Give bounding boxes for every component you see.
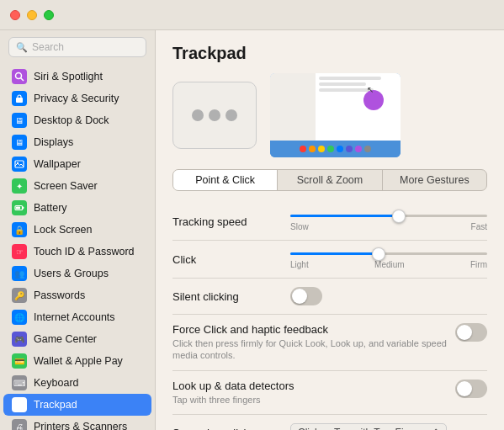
mini-cursor: ↖: [367, 85, 374, 94]
tab-point-click[interactable]: Point & Click: [173, 170, 278, 190]
tab-more-gestures[interactable]: More Gestures: [383, 170, 486, 190]
screen-preview: ↖: [270, 73, 401, 157]
color-dot: [300, 146, 306, 152]
sidebar-item-trackpad[interactable]: Trackpad: [3, 394, 151, 416]
svg-point-0: [16, 73, 22, 79]
slider-max-click: Firm: [470, 260, 487, 269]
setting-row-click: ClickLightMediumFirm: [172, 241, 487, 279]
sidebar-item-internet-accounts[interactable]: 🌐Internet Accounts: [3, 306, 151, 328]
sidebar-item-passwords[interactable]: 🔑Passwords: [3, 284, 151, 306]
color-dot: [337, 146, 343, 152]
slider-min-click: Light: [290, 260, 309, 269]
sidebar-label-siri-spotlight: Siri & Spotlight: [34, 71, 103, 82]
sidebar-item-wallet-apple-pay[interactable]: 💳Wallet & Apple Pay: [3, 350, 151, 372]
tab-scroll-zoom[interactable]: Scroll & Zoom: [278, 170, 382, 190]
sidebar-item-screen-saver[interactable]: ✦Screen Saver: [3, 175, 151, 197]
touch-id-icon: ☞: [12, 244, 27, 259]
sidebar-item-game-center[interactable]: 🎮Game Center: [3, 328, 151, 350]
passwords-icon: 🔑: [12, 288, 27, 303]
sidebar-label-screen-saver: Screen Saver: [34, 180, 98, 192]
setting-row-secondary-click: Secondary clickClick or Tap with Two Fin…: [172, 415, 487, 430]
minimize-button[interactable]: [27, 10, 37, 20]
sidebar-items: Siri & SpotlightPrivacy & Security🖥Deskt…: [0, 64, 155, 430]
sidebar-item-privacy-security[interactable]: Privacy & Security: [3, 88, 151, 109]
sidebar: 🔍 Search Siri & SpotlightPrivacy & Secur…: [0, 30, 156, 430]
lock-screen-icon: 🔒: [12, 222, 27, 237]
sidebar-label-lock-screen: Lock Screen: [34, 224, 92, 236]
sidebar-item-touch-id[interactable]: ☞Touch ID & Password: [3, 241, 151, 263]
setting-label-secondary-click: Secondary click: [172, 427, 249, 430]
screen-inner: ↖: [270, 73, 401, 141]
sidebar-label-trackpad: Trackpad: [34, 399, 77, 411]
search-box[interactable]: 🔍 Search: [8, 37, 146, 57]
sidebar-label-privacy-security: Privacy & Security: [34, 93, 119, 104]
sidebar-label-wallpaper: Wallpaper: [34, 158, 81, 170]
sidebar-item-wallpaper[interactable]: Wallpaper: [3, 153, 151, 175]
sidebar-item-battery[interactable]: Battery: [3, 197, 151, 219]
select-value-secondary-click: Click or Tap with Two Fingers: [298, 427, 429, 430]
sidebar-label-game-center: Game Center: [34, 333, 97, 345]
color-dot: [309, 146, 316, 152]
setting-control-click[interactable]: LightMediumFirm: [290, 249, 487, 269]
sidebar-label-touch-id: Touch ID & Password: [34, 246, 135, 257]
screen-bottom-bar: [270, 141, 401, 157]
settings-list: Tracking speedSlowFastClickLightMediumFi…: [172, 203, 487, 430]
sidebar-label-displays: Displays: [34, 136, 73, 148]
search-input[interactable]: Search: [32, 41, 64, 53]
toggle-lookup-detectors[interactable]: [455, 380, 487, 398]
sidebar-label-internet-accounts: Internet Accounts: [34, 311, 115, 323]
select-secondary-click[interactable]: Click or Tap with Two Fingers ⇕: [290, 423, 447, 430]
screen-sidebar-mini: [270, 73, 316, 141]
sidebar-label-keyboard: Keyboard: [34, 377, 79, 389]
toggle-force-click[interactable]: [455, 323, 487, 342]
desktop-dock-icon: 🖥: [12, 113, 27, 128]
sidebar-label-users-groups: Users & Groups: [34, 268, 109, 279]
color-dot: [346, 146, 353, 152]
sidebar-item-printers-scanners[interactable]: 🖨Printers & Scanners: [3, 416, 151, 430]
svg-rect-2: [16, 98, 23, 103]
setting-sublabel-lookup-detectors: Tap with three fingers: [172, 394, 448, 406]
svg-rect-7: [16, 207, 20, 210]
close-button[interactable]: [10, 10, 20, 20]
setting-sublabel-force-click: Click then press firmly for Quick Look, …: [172, 337, 448, 362]
sidebar-item-siri-spotlight[interactable]: Siri & Spotlight: [3, 66, 151, 88]
color-dot: [364, 146, 371, 152]
trackpad-dot: [209, 109, 220, 121]
color-dot: [355, 146, 362, 152]
setting-label-click: Click: [172, 253, 196, 266]
sidebar-label-printers-scanners: Printers & Scanners: [34, 421, 127, 430]
toggle-silent-clicking[interactable]: [290, 287, 322, 305]
maximize-button[interactable]: [44, 10, 54, 20]
color-dot: [327, 146, 334, 152]
setting-label-lookup-detectors: Look up & data detectors: [172, 380, 448, 392]
setting-label-tracking-speed: Tracking speed: [172, 215, 247, 228]
slider-mid-click: Medium: [374, 260, 405, 269]
battery-icon: [12, 200, 27, 215]
page-title: Trackpad: [172, 44, 487, 63]
setting-label-silent-clicking: Silent clicking: [172, 290, 239, 303]
sidebar-item-displays[interactable]: 🖥Displays: [3, 131, 151, 153]
tabs: Point & ClickScroll & ZoomMore Gestures: [172, 169, 487, 191]
toggle-knob-lookup-detectors: [457, 381, 472, 396]
internet-accounts-icon: 🌐: [12, 310, 27, 325]
siri-spotlight-icon: [12, 69, 27, 84]
slider-min-tracking-speed: Slow: [290, 222, 309, 231]
setting-control-tracking-speed[interactable]: SlowFast: [290, 211, 487, 231]
mini-line: [319, 82, 366, 86]
sidebar-label-desktop-dock: Desktop & Dock: [34, 114, 109, 126]
sidebar-item-desktop-dock[interactable]: 🖥Desktop & Dock: [3, 109, 151, 131]
sidebar-item-users-groups[interactable]: 👥Users & Groups: [3, 263, 151, 284]
wallet-apple-pay-icon: 💳: [12, 353, 27, 369]
color-dot: [318, 146, 325, 152]
setting-row-lookup-detectors: Look up & data detectorsTap with three f…: [172, 371, 487, 415]
toggle-knob-force-click: [457, 325, 472, 340]
setting-label-force-click: Force Click and haptic feedback: [172, 323, 448, 336]
sidebar-item-lock-screen[interactable]: 🔒Lock Screen: [3, 219, 151, 241]
trackpad-dot: [192, 109, 204, 121]
content-area: Trackpad ↖: [156, 30, 504, 430]
privacy-security-icon: [12, 91, 27, 106]
main-layout: 🔍 Search Siri & SpotlightPrivacy & Secur…: [0, 30, 504, 430]
trackpad-preview: [172, 82, 257, 149]
preview-row: ↖: [172, 73, 487, 157]
sidebar-item-keyboard[interactable]: ⌨Keyboard: [3, 372, 151, 394]
